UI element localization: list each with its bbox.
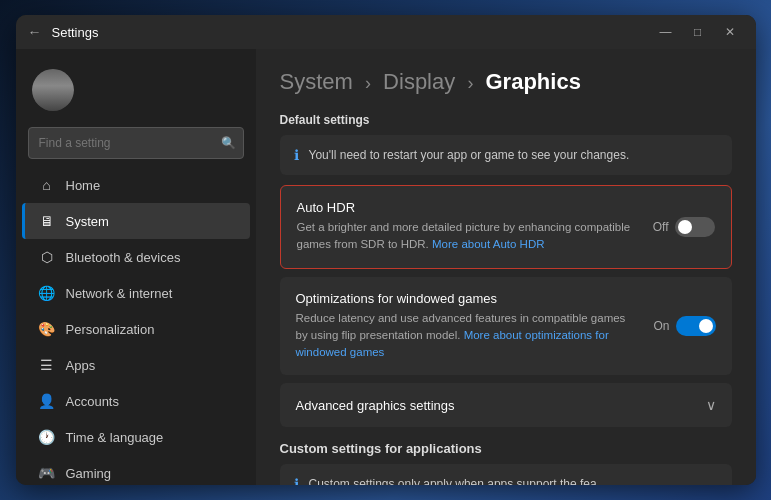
sidebar-item-gaming[interactable]: 🎮 Gaming — [22, 455, 250, 485]
windowed-games-description: Reduce latency and use advanced features… — [296, 310, 638, 362]
search-icon: 🔍 — [221, 136, 236, 150]
window-title: Settings — [52, 25, 99, 40]
sidebar-label-gaming: Gaming — [66, 466, 112, 481]
auto-hdr-link[interactable]: More about Auto HDR — [432, 238, 545, 250]
main-content: System › Display › Graphics Default sett… — [256, 49, 756, 485]
auto-hdr-description: Get a brighter and more detailed picture… — [297, 219, 637, 254]
sidebar: 🔍 ⌂ Home 🖥 System ⬡ Bluetooth & devices … — [16, 49, 256, 485]
sidebar-item-home[interactable]: ⌂ Home — [22, 167, 250, 203]
user-profile — [16, 61, 256, 127]
window-controls: — □ ✕ — [652, 21, 744, 43]
windowed-games-title: Optimizations for windowed games — [296, 291, 638, 306]
sidebar-label-network: Network & internet — [66, 286, 173, 301]
auto-hdr-card: Auto HDR Get a brighter and more detaile… — [280, 185, 732, 269]
sidebar-label-system: System — [66, 214, 109, 229]
sidebar-label-home: Home — [66, 178, 101, 193]
system-icon: 🖥 — [38, 212, 56, 230]
sidebar-item-bluetooth[interactable]: ⬡ Bluetooth & devices — [22, 239, 250, 275]
breadcrumb-part1: System — [280, 69, 353, 94]
info-icon: ℹ — [294, 147, 299, 163]
advanced-graphics-title: Advanced graphics settings — [296, 398, 455, 413]
personalization-icon: 🎨 — [38, 320, 56, 338]
sidebar-label-accounts: Accounts — [66, 394, 119, 409]
sidebar-item-time[interactable]: 🕐 Time & language — [22, 419, 250, 455]
windowed-games-card: Optimizations for windowed games Reduce … — [280, 277, 732, 376]
windowed-games-toggle-label: On — [653, 319, 669, 333]
search-box: 🔍 — [28, 127, 244, 159]
auto-hdr-toggle-wrap: Off — [653, 217, 715, 237]
custom-settings-title: Custom settings for applications — [280, 441, 732, 456]
sidebar-item-system[interactable]: 🖥 System — [22, 203, 250, 239]
sidebar-label-time: Time & language — [66, 430, 164, 445]
sidebar-label-bluetooth: Bluetooth & devices — [66, 250, 181, 265]
gaming-icon: 🎮 — [38, 464, 56, 482]
maximize-button[interactable]: □ — [684, 21, 712, 43]
sidebar-item-apps[interactable]: ☰ Apps — [22, 347, 250, 383]
breadcrumb-part3: Graphics — [486, 69, 581, 94]
close-button[interactable]: ✕ — [716, 21, 744, 43]
bluetooth-icon: ⬡ — [38, 248, 56, 266]
auto-hdr-toggle[interactable] — [675, 217, 715, 237]
home-icon: ⌂ — [38, 176, 56, 194]
avatar — [32, 69, 74, 111]
default-settings-title: Default settings — [280, 113, 732, 127]
time-icon: 🕐 — [38, 428, 56, 446]
windowed-games-toggle[interactable] — [676, 316, 716, 336]
custom-info-bar: ℹ Custom settings only apply when apps s… — [280, 464, 732, 485]
accounts-icon: 👤 — [38, 392, 56, 410]
sidebar-item-network[interactable]: 🌐 Network & internet — [22, 275, 250, 311]
titlebar: ← Settings — □ ✕ — [16, 15, 756, 49]
sidebar-item-personalization[interactable]: 🎨 Personalization — [22, 311, 250, 347]
custom-info-message: Custom settings only apply when apps sup… — [309, 477, 607, 485]
breadcrumb-part2: Display — [383, 69, 455, 94]
network-icon: 🌐 — [38, 284, 56, 302]
search-input[interactable] — [28, 127, 244, 159]
breadcrumb-sep1: › — [365, 73, 371, 93]
apps-icon: ☰ — [38, 356, 56, 374]
minimize-button[interactable]: — — [652, 21, 680, 43]
advanced-graphics-accordion[interactable]: Advanced graphics settings ∨ — [280, 383, 732, 427]
sidebar-item-accounts[interactable]: 👤 Accounts — [22, 383, 250, 419]
windowed-games-toggle-wrap: On — [653, 316, 715, 336]
chevron-down-icon: ∨ — [706, 397, 716, 413]
auto-hdr-toggle-label: Off — [653, 220, 669, 234]
restart-info-bar: ℹ You'll need to restart your app or gam… — [280, 135, 732, 175]
breadcrumb: System › Display › Graphics — [280, 69, 732, 95]
back-button[interactable]: ← — [28, 24, 42, 40]
restart-message: You'll need to restart your app or game … — [309, 148, 630, 162]
auto-hdr-title: Auto HDR — [297, 200, 637, 215]
breadcrumb-sep2: › — [467, 73, 473, 93]
sidebar-label-apps: Apps — [66, 358, 96, 373]
sidebar-label-personalization: Personalization — [66, 322, 155, 337]
custom-info-icon: ℹ — [294, 476, 299, 485]
